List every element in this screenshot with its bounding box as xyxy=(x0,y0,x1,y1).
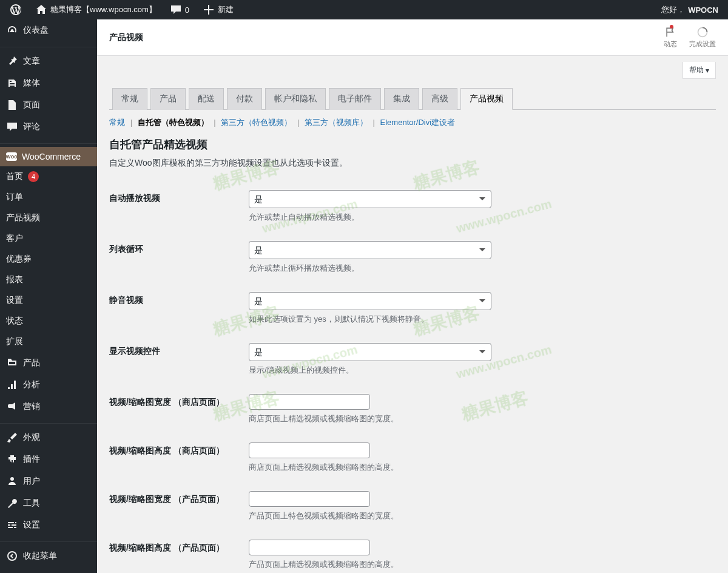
submenu-reports[interactable]: 报表 xyxy=(0,270,97,290)
submenu-coupons[interactable]: 优惠券 xyxy=(0,249,97,270)
admin-sidebar: 仪表盘 文章 媒体 页面 评论 WooWooCommerce 首页4 订单 产品… xyxy=(0,19,97,573)
submenu-settings[interactable]: 设置 xyxy=(0,290,97,311)
field-description: 产品页面上精选视频或视频缩略图的高度。 xyxy=(249,559,710,570)
field-description: 显示/隐藏视频上的视频控件。 xyxy=(249,365,710,376)
nav-tabs: 常规产品配送付款帐户和隐私电子邮件集成高级产品视频 xyxy=(109,85,716,110)
user-account[interactable]: 您好，WPOCN xyxy=(656,0,723,19)
subtab-third-party-library[interactable]: 第三方（视频库） xyxy=(305,118,368,127)
howdy-prefix: 您好， xyxy=(661,4,685,15)
help-tab[interactable]: 帮助 ▾ xyxy=(682,62,716,79)
menu-products[interactable]: 产品 xyxy=(0,352,97,374)
nav-tab[interactable]: 产品视频 xyxy=(460,88,513,110)
pin-icon xyxy=(6,55,18,67)
nav-tab[interactable]: 帐户和隐私 xyxy=(265,88,326,110)
count-badge: 4 xyxy=(28,171,39,182)
svg-point-0 xyxy=(8,552,16,560)
submenu-customers[interactable]: 客户 xyxy=(0,228,97,249)
field-label: 显示视频控件 xyxy=(109,334,243,385)
add-new-label: 新建 xyxy=(218,4,234,15)
menu-comments[interactable]: 评论 xyxy=(0,116,97,138)
admin-bar: 糖果博客【www.wpocn.com】 0 新建 您好，WPOCN xyxy=(0,0,728,19)
product-icon xyxy=(6,357,18,369)
select-field[interactable]: 是 xyxy=(249,343,491,361)
field-label: 视频/缩略图宽度 （产品页面） xyxy=(109,482,243,531)
wp-logo[interactable] xyxy=(5,0,27,19)
menu-dashboard[interactable]: 仪表盘 xyxy=(0,19,97,41)
comments-link[interactable]: 0 xyxy=(165,0,194,19)
menu-tools[interactable]: 工具 xyxy=(0,492,97,514)
text-field[interactable] xyxy=(249,442,370,458)
field-description: 商店页面上精选视频或视频缩略图的宽度。 xyxy=(249,413,710,424)
subtab-elementor[interactable]: Elementor/Divi建设者 xyxy=(380,118,456,127)
menu-analytics[interactable]: 分析 xyxy=(0,374,97,396)
chevron-down-icon: ▾ xyxy=(706,66,709,75)
site-name-link[interactable]: 糖果博客【www.wpocn.com】 xyxy=(30,0,161,19)
media-icon xyxy=(6,77,18,89)
plugin-icon xyxy=(6,453,18,466)
field-label: 视频/缩略图高度 （商店页面） xyxy=(109,433,243,482)
section-description: 自定义Woo图库模板的第三方功能视频设置也从此选项卡设置。 xyxy=(109,158,716,169)
user-icon xyxy=(6,475,18,487)
subtab-third-party-featured[interactable]: 第三方（特色视频） xyxy=(221,118,292,127)
nav-tab[interactable]: 产品 xyxy=(150,88,186,110)
select-field[interactable]: 是 xyxy=(249,241,491,259)
submenu-orders[interactable]: 订单 xyxy=(0,187,97,208)
menu-separator xyxy=(0,141,97,144)
menu-settings[interactable]: 设置 xyxy=(0,514,97,536)
field-description: 如果此选项设置为 yes，则默认情况下视频将静音。 xyxy=(249,314,710,325)
plus-icon xyxy=(203,4,215,16)
text-field[interactable] xyxy=(249,394,370,410)
page-title: 产品视频 xyxy=(109,32,143,43)
menu-woocommerce[interactable]: WooWooCommerce xyxy=(0,147,97,166)
submenu-extensions[interactable]: 扩展 xyxy=(0,331,97,352)
nav-tab[interactable]: 高级 xyxy=(422,88,457,110)
menu-appearance[interactable]: 外观 xyxy=(0,427,97,449)
field-label: 静音视频 xyxy=(109,283,243,334)
settings-form: 自动播放视频是允许或禁止自动播放精选视频。列表循环是允许或禁止循环播放精选视频。… xyxy=(109,181,716,573)
site-name: 糖果博客【www.wpocn.com】 xyxy=(50,4,157,15)
section-title: 自托管产品精选视频 xyxy=(109,137,716,152)
menu-users[interactable]: 用户 xyxy=(0,470,97,492)
woo-header: 产品视频 动态 完成设置 xyxy=(97,19,728,56)
dashboard-icon xyxy=(6,24,18,36)
woo-icon: Woo xyxy=(6,152,17,161)
menu-posts[interactable]: 文章 xyxy=(0,50,97,72)
submenu-home[interactable]: 首页4 xyxy=(0,166,97,187)
menu-separator xyxy=(0,421,97,424)
menu-separator xyxy=(0,44,97,47)
subtab-self-hosted[interactable]: 自托管（特色视频） xyxy=(138,118,209,127)
field-label: 视频/缩略图宽度 （商店页面） xyxy=(109,385,243,433)
nav-tab[interactable]: 电子邮件 xyxy=(329,88,381,110)
nav-tab[interactable]: 付款 xyxy=(227,88,262,110)
collapse-icon xyxy=(6,550,18,562)
menu-marketing[interactable]: 营销 xyxy=(0,396,97,418)
text-field[interactable] xyxy=(249,540,370,555)
activity-button[interactable]: 动态 xyxy=(664,26,677,49)
menu-pages[interactable]: 页面 xyxy=(0,94,97,116)
page-icon xyxy=(6,99,18,111)
finish-setup-button[interactable]: 完成设置 xyxy=(689,26,716,49)
sub-tabs: 常规 | 自托管（特色视频） | 第三方（特色视频） | 第三方（视频库） | … xyxy=(109,117,716,128)
notification-dot xyxy=(670,25,673,29)
select-field[interactable]: 是 xyxy=(249,292,491,310)
nav-tab[interactable]: 常规 xyxy=(112,88,147,110)
main-content: 产品视频 动态 完成设置 帮助 ▾ 常规产品配送付款帐户和隐私电子邮件集成高级产… xyxy=(97,0,728,573)
nav-tab[interactable]: 配送 xyxy=(189,88,224,110)
nav-tab[interactable]: 集成 xyxy=(384,88,419,110)
subtab-general[interactable]: 常规 xyxy=(109,118,125,127)
menu-media[interactable]: 媒体 xyxy=(0,72,97,94)
menu-plugins[interactable]: 插件 xyxy=(0,449,97,470)
field-description: 产品页面上特色视频或视频缩略图的宽度。 xyxy=(249,510,710,521)
field-label: 自动播放视频 xyxy=(109,181,243,232)
field-description: 商店页面上精选视频或视频缩略图的高度。 xyxy=(249,462,710,473)
wordpress-icon xyxy=(10,4,22,16)
text-field[interactable] xyxy=(249,491,370,507)
progress-icon xyxy=(696,26,709,38)
select-field[interactable]: 是 xyxy=(249,190,491,208)
sliders-icon xyxy=(6,519,18,531)
add-new-link[interactable]: 新建 xyxy=(198,0,238,19)
submenu-product-video[interactable]: 产品视频 xyxy=(0,208,97,228)
field-description: 允许或禁止自动播放精选视频。 xyxy=(249,212,710,223)
menu-collapse[interactable]: 收起菜单 xyxy=(0,545,97,567)
submenu-status[interactable]: 状态 xyxy=(0,311,97,331)
